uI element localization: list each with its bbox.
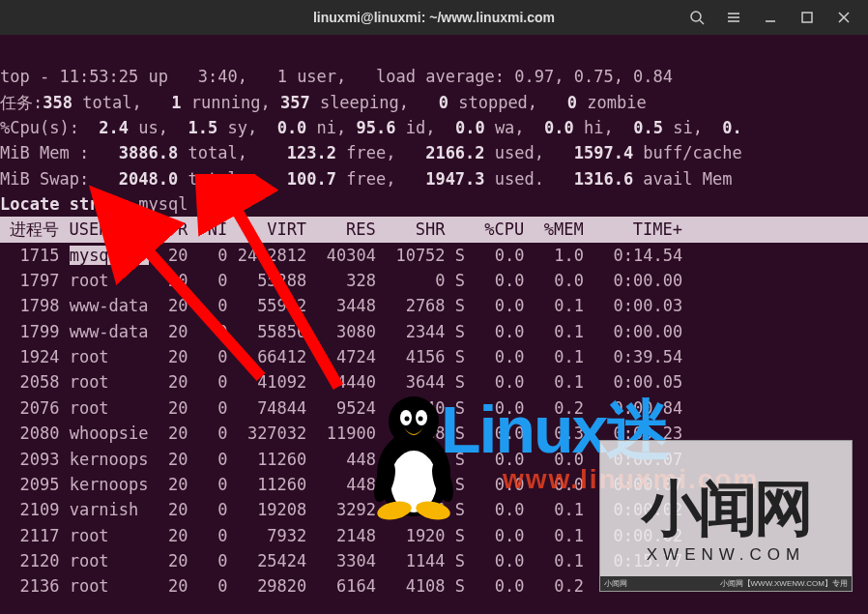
process-row: 2058 root 20 0 41092 4440 3644 S 0.0 0.1… bbox=[0, 372, 682, 392]
process-row: 2080 whoopsie 20 0 327032 11900 10888 S … bbox=[0, 424, 682, 443]
process-row: 1798 www-data 20 0 55992 3448 2768 S 0.0… bbox=[0, 296, 682, 315]
process-table-header: 进程号 USER PR NI VIRT RES SHR %CPU %MEM TI… bbox=[0, 217, 868, 242]
svg-line-1 bbox=[700, 20, 704, 24]
swap-line: MiB Swap: 2048.0 total, 100.7 free, 1947… bbox=[0, 169, 742, 189]
process-row: 2095 kernoops 20 0 11260 448 0 S 0.0 0.0… bbox=[0, 475, 682, 494]
process-row: 1924 root 20 0 66412 4724 4156 S 0.0 0.1… bbox=[0, 347, 682, 366]
top-line: top - 11:53:25 up 3:40, 1 user, load ave… bbox=[0, 67, 673, 86]
process-row: 1797 root 20 0 55288 328 0 S 0.0 0.0 0:0… bbox=[0, 271, 682, 290]
svg-point-0 bbox=[691, 12, 701, 21]
terminal-output[interactable]: top - 11:53:25 up 3:40, 1 user, load ave… bbox=[0, 35, 868, 599]
close-button[interactable] bbox=[827, 4, 860, 31]
cpu-line: %Cpu(s): 2.4 us, 1.5 sy, 0.0 ni, 95.6 id… bbox=[0, 118, 742, 137]
process-row: 1715 mysql 20 0 2482812 40304 10752 S 0.… bbox=[0, 246, 682, 265]
process-row: 1799 www-data 20 0 55856 3080 2344 S 0.0… bbox=[0, 322, 682, 341]
window-titlebar: linuxmi@linuxmi: ~/www.linuxmi.com bbox=[0, 0, 868, 35]
process-row: 2076 root 20 0 74844 9524 8240 S 0.0 0.2… bbox=[0, 398, 682, 418]
locate-prompt[interactable]: Locate string mysql bbox=[0, 194, 188, 214]
process-row: 2120 root 20 0 25424 3304 1144 S 0.0 0.1… bbox=[0, 551, 682, 570]
window-title: linuxmi@linuxmi: ~/www.linuxmi.com bbox=[313, 10, 555, 25]
process-row: 2136 root 20 0 29820 6164 4108 S 0.0 0.2… bbox=[0, 576, 682, 596]
minimize-button[interactable] bbox=[754, 4, 787, 31]
svg-rect-6 bbox=[802, 13, 812, 22]
maximize-button[interactable] bbox=[791, 4, 824, 31]
mem-line: MiB Mem : 3886.8 total, 123.2 free, 2166… bbox=[0, 143, 742, 162]
process-row: 2109 varnish 20 0 19208 3292 2976 S 0.0 … bbox=[0, 500, 682, 519]
process-table-body: 1715 mysql 20 0 2482812 40304 10752 S 0.… bbox=[0, 243, 868, 599]
process-row: 2117 root 20 0 7932 2148 1920 S 0.0 0.1 … bbox=[0, 526, 682, 545]
search-button[interactable] bbox=[680, 4, 713, 31]
menu-button[interactable] bbox=[717, 4, 750, 31]
tasks-line: 任务:358 total, 1 running, 357 sleeping, 0… bbox=[0, 93, 647, 112]
process-row: 2093 kernoops 20 0 11260 448 0 S 0.0 0.0… bbox=[0, 450, 682, 469]
